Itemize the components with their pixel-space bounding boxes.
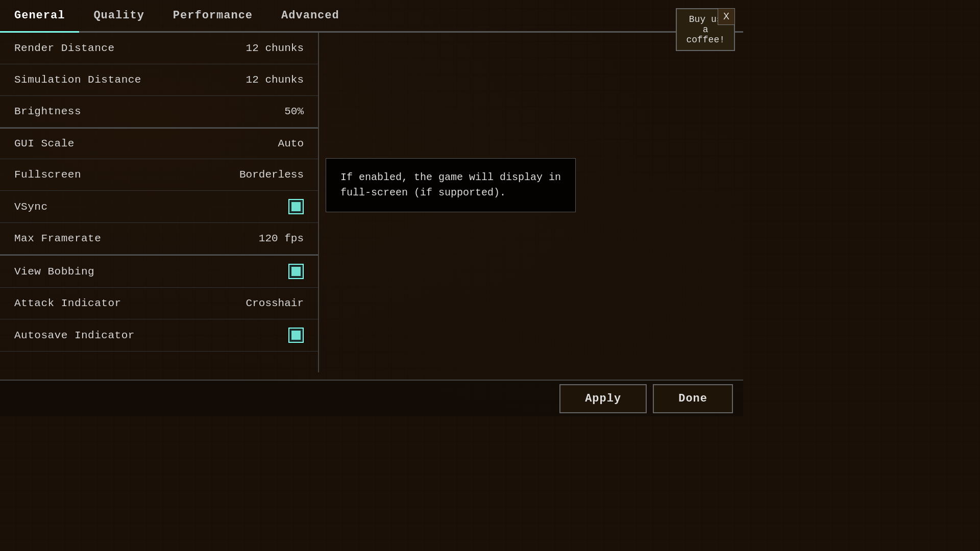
render-distance-value: 12 chunks	[246, 42, 304, 54]
render-distance-label: Render Distance	[14, 42, 115, 54]
setting-view-bobbing[interactable]: View Bobbing	[0, 255, 318, 288]
fullscreen-value: Borderless	[239, 169, 304, 181]
settings-screen: General Quality Performance Advanced Buy…	[0, 0, 743, 416]
tab-general[interactable]: General	[0, 0, 79, 33]
settings-list: Render Distance 12 chunks Simulation Dis…	[0, 33, 319, 372]
attack-indicator-label: Attack Indicator	[14, 297, 121, 309]
autosave-indicator-label: Autosave Indicator	[14, 330, 135, 341]
view-bobbing-label: View Bobbing	[14, 266, 94, 278]
setting-vsync[interactable]: VSync	[0, 191, 318, 223]
brightness-label: Brightness	[14, 106, 81, 117]
gui-scale-label: GUI Scale	[14, 138, 75, 149]
tab-performance[interactable]: Performance	[159, 0, 267, 31]
attack-indicator-value: Crosshair	[246, 297, 304, 309]
vsync-label: VSync	[14, 201, 48, 213]
tooltip-text: If enabled, the game will display infull…	[340, 171, 561, 198]
setting-autosave-indicator[interactable]: Autosave Indicator	[0, 319, 318, 352]
simulation-distance-value: 12 chunks	[246, 74, 304, 86]
tab-advanced[interactable]: Advanced	[267, 0, 354, 31]
tab-quality[interactable]: Quality	[79, 0, 158, 31]
setting-render-distance[interactable]: Render Distance 12 chunks	[0, 33, 318, 64]
setting-fullscreen[interactable]: Fullscreen Borderless	[0, 159, 318, 191]
gui-scale-value: Auto	[278, 138, 304, 149]
brightness-value: 50%	[284, 106, 304, 117]
setting-attack-indicator[interactable]: Attack Indicator Crosshair	[0, 288, 318, 319]
bottom-bar: Apply Done	[0, 380, 743, 416]
setting-brightness[interactable]: Brightness 50%	[0, 96, 318, 128]
setting-simulation-distance[interactable]: Simulation Distance 12 chunks	[0, 64, 318, 96]
view-bobbing-checkbox[interactable]	[288, 264, 304, 279]
tabs-bar: General Quality Performance Advanced Buy…	[0, 0, 743, 33]
apply-button[interactable]: Apply	[559, 384, 647, 413]
tooltip-panel: If enabled, the game will display infull…	[326, 158, 576, 212]
autosave-indicator-checkbox[interactable]	[288, 328, 304, 343]
setting-max-framerate[interactable]: Max Framerate 120 fps	[0, 223, 318, 255]
vsync-checkbox[interactable]	[288, 199, 304, 214]
simulation-distance-label: Simulation Distance	[14, 74, 141, 86]
fullscreen-label: Fullscreen	[14, 169, 81, 181]
max-framerate-value: 120 fps	[259, 233, 304, 244]
max-framerate-label: Max Framerate	[14, 233, 101, 244]
close-coffee-button[interactable]: X	[718, 8, 735, 25]
setting-gui-scale[interactable]: GUI Scale Auto	[0, 128, 318, 159]
done-button[interactable]: Done	[653, 384, 733, 413]
